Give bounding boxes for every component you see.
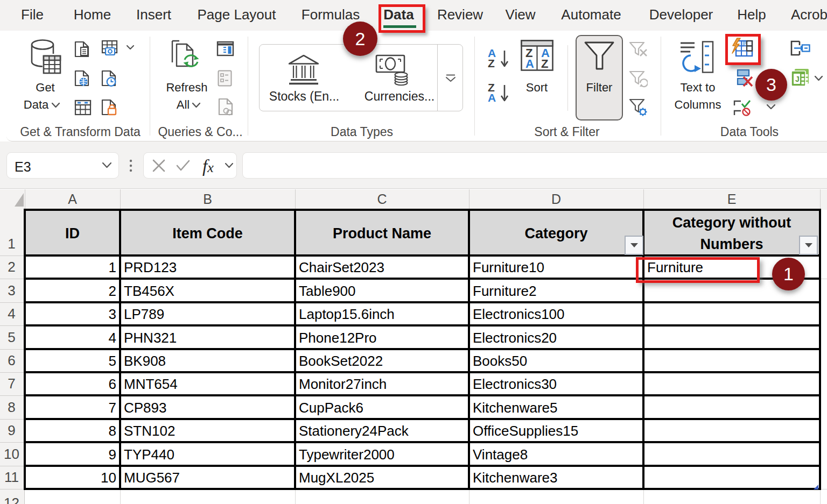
- svg-text:Z: Z: [488, 57, 495, 69]
- svg-text:A: A: [525, 57, 534, 70]
- svg-text:A: A: [488, 91, 496, 103]
- svg-text:Z: Z: [541, 57, 548, 70]
- svg-text:J: J: [795, 75, 800, 83]
